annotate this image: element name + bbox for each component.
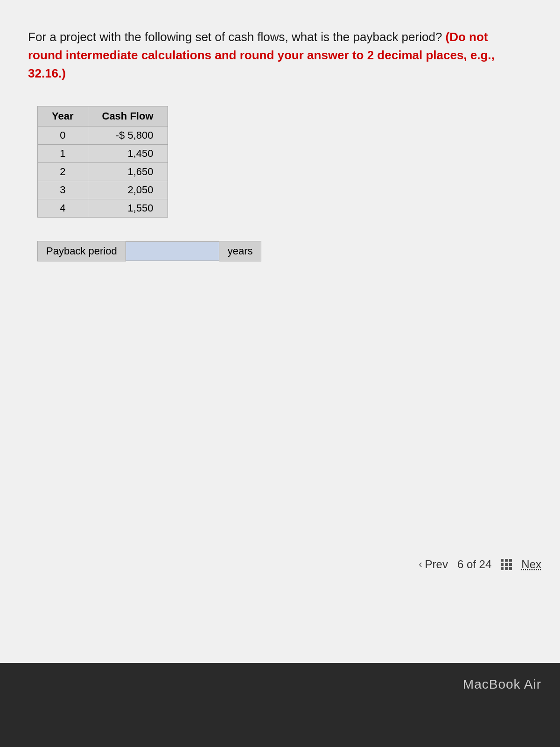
next-button[interactable]: Nex <box>521 558 541 571</box>
col-header-cashflow: Cash Flow <box>88 106 168 127</box>
table-row: 0 -$ 5,800 <box>38 127 168 145</box>
table-row: 1 1,450 <box>38 145 168 163</box>
main-content: For a project with the following set of … <box>0 0 560 663</box>
payback-years-label: years <box>219 241 262 261</box>
question-text: For a project with the following set of … <box>28 28 518 83</box>
grid-icon <box>501 559 512 570</box>
bottom-bar: MacBook Air <box>0 663 560 747</box>
year-0: 0 <box>38 127 88 145</box>
device-label: MacBook Air <box>463 677 541 692</box>
payback-row: Payback period years <box>37 241 532 261</box>
col-header-year: Year <box>38 106 88 127</box>
year-1: 1 <box>38 145 88 163</box>
payback-label: Payback period <box>37 241 126 261</box>
payback-input[interactable] <box>126 241 219 261</box>
page-indicator: 6 of 24 <box>457 558 491 571</box>
year-2: 2 <box>38 163 88 181</box>
next-label: Nex <box>521 558 541 571</box>
cashflow-4: 1,550 <box>88 199 168 218</box>
question-normal: For a project with the following set of … <box>28 30 446 44</box>
table-row: 4 1,550 <box>38 199 168 218</box>
year-4: 4 <box>38 199 88 218</box>
prev-label: Prev <box>425 558 448 571</box>
year-3: 3 <box>38 181 88 199</box>
chevron-left-icon: ‹ <box>419 558 422 571</box>
prev-button[interactable]: ‹ Prev <box>419 558 448 571</box>
cashflow-0: -$ 5,800 <box>88 127 168 145</box>
cash-flow-table: Year Cash Flow 0 -$ 5,800 1 1,450 2 1,65… <box>37 106 168 218</box>
cashflow-3: 2,050 <box>88 181 168 199</box>
table-row: 3 2,050 <box>38 181 168 199</box>
cashflow-1: 1,450 <box>88 145 168 163</box>
table-row: 2 1,650 <box>38 163 168 181</box>
cashflow-2: 1,650 <box>88 163 168 181</box>
navigation-bar: ‹ Prev 6 of 24 Nex <box>419 552 541 577</box>
